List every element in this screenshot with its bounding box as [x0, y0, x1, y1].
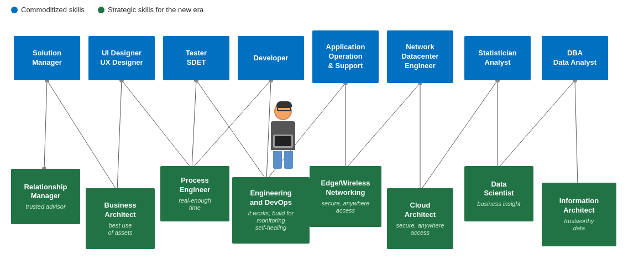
legend-label-strategic: Strategic skills for the new era — [108, 6, 203, 14]
box-engineering-devops-label: Engineeringand DevOps — [250, 189, 292, 208]
person-hair — [276, 101, 292, 107]
box-relationship-manager: RelationshipManager trusted advisor — [11, 169, 80, 224]
box-information-architect-label: InformationArchitect — [559, 197, 599, 215]
box-developer-label: Developer — [254, 54, 289, 63]
svg-line-3 — [122, 80, 192, 169]
svg-line-5 — [196, 80, 266, 180]
box-information-architect-subtitle: trustworthydata — [564, 218, 594, 232]
box-data-scientist: DataScientist business insight — [464, 166, 533, 221]
box-data-scientist-subtitle: business insight — [477, 200, 520, 208]
box-app-operation: ApplicationOperation& Support — [312, 30, 379, 83]
svg-line-6 — [266, 80, 271, 180]
diagram: SolutionManager UI DesignerUX Designer T… — [0, 19, 644, 274]
box-data-scientist-label: DataScientist — [484, 180, 514, 199]
svg-line-10 — [345, 83, 420, 169]
svg-line-2 — [117, 80, 122, 191]
box-business-architect: BusinessArchitect best useof assets — [86, 188, 155, 249]
box-information-architect: InformationArchitect trustworthydata — [542, 183, 616, 246]
box-solution-manager: SolutionManager — [14, 36, 80, 80]
box-app-operation-label: ApplicationOperation& Support — [326, 43, 365, 71]
svg-line-7 — [192, 80, 271, 169]
box-relationship-manager-label: RelationshipManager — [24, 183, 67, 202]
box-solution-manager-label: SolutionManager — [32, 49, 61, 68]
svg-line-15 — [575, 80, 578, 185]
box-cloud-architect: CloudArchitect secure, anywhereaccess — [387, 188, 453, 249]
box-network-datacenter: NetworkDatacenterEngineer — [387, 30, 453, 83]
person-legs — [273, 151, 293, 169]
box-statistician: StatisticianAnalyst — [464, 36, 531, 80]
legend-item-strategic: Strategic skills for the new era — [98, 6, 203, 14]
box-dba-label: DBAData Analyst — [553, 49, 596, 68]
box-dba: DBAData Analyst — [542, 36, 608, 80]
box-process-engineer: ProcessEngineer real-enoughtime — [160, 166, 229, 221]
box-statistician-label: StatisticianAnalyst — [478, 49, 516, 68]
box-process-engineer-label: ProcessEngineer — [180, 176, 211, 195]
person-left-leg — [273, 151, 282, 169]
box-cloud-architect-label: CloudArchitect — [405, 201, 436, 220]
svg-line-14 — [498, 80, 575, 169]
person-right-leg — [284, 151, 293, 169]
legend-dot-green — [98, 7, 104, 13]
person-laptop — [273, 135, 293, 148]
legend-label-commoditized: Commoditized skills — [21, 6, 85, 14]
box-edge-wireless: Edge/WirelessNetworking secure, anywhere… — [310, 166, 381, 227]
box-engineering-devops-subtitle: it works, build formonitoringself-healin… — [248, 210, 294, 232]
box-ui-designer: UI DesignerUX Designer — [88, 36, 155, 80]
box-relationship-manager-subtitle: trusted advisor — [25, 203, 65, 210]
svg-line-0 — [44, 80, 47, 169]
person-glasses — [277, 107, 291, 111]
person-body — [271, 121, 295, 150]
box-edge-wireless-label: Edge/WirelessNetworking — [321, 179, 370, 198]
box-business-architect-subtitle: best useof assets — [108, 222, 132, 236]
person-figure — [271, 102, 295, 169]
person-head — [274, 102, 292, 120]
svg-line-4 — [192, 80, 196, 169]
box-developer: Developer — [238, 36, 304, 80]
box-engineering-devops: Engineeringand DevOps it works, build fo… — [232, 177, 310, 244]
laptop-screen — [275, 136, 291, 146]
box-tester: TesterSDET — [163, 36, 229, 80]
box-network-datacenter-label: NetworkDatacenterEngineer — [401, 43, 438, 71]
legend: Commoditized skills Strategic skills for… — [0, 0, 644, 19]
box-process-engineer-subtitle: real-enoughtime — [179, 197, 211, 211]
box-tester-label: TesterSDET — [186, 49, 207, 68]
legend-item-commoditized: Commoditized skills — [11, 6, 85, 14]
legend-dot-blue — [11, 7, 18, 13]
box-edge-wireless-subtitle: secure, anywhereaccess — [322, 200, 370, 214]
box-cloud-architect-subtitle: secure, anywhereaccess — [396, 222, 444, 236]
box-business-architect-label: BusinessArchitect — [104, 201, 137, 220]
box-ui-designer-label: UI DesignerUX Designer — [100, 49, 143, 68]
